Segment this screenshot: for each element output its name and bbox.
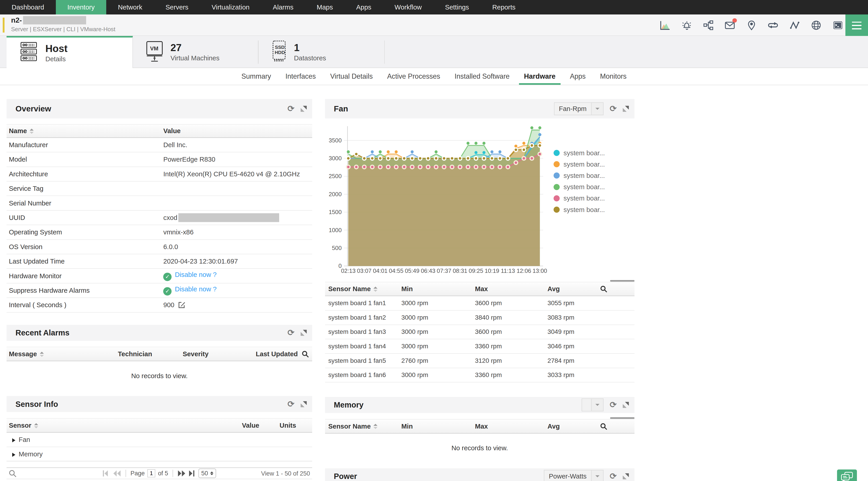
- refresh-icon[interactable]: ⟳: [287, 105, 294, 113]
- subtab-installed-software[interactable]: Installed Software: [450, 68, 515, 85]
- nav-item-alarms[interactable]: Alarms: [261, 0, 305, 14]
- svg-text:03:07: 03:07: [357, 268, 371, 274]
- fan-col-min[interactable]: Min: [401, 285, 413, 293]
- fan-col-sensor-name[interactable]: Sensor Name: [328, 285, 377, 293]
- nav-item-dashboard[interactable]: Dashboard: [0, 0, 56, 14]
- expand-caret-icon[interactable]: [12, 453, 16, 457]
- legend-item-6[interactable]: system boar...: [554, 204, 605, 215]
- sensor-group-row-memory[interactable]: Memory: [6, 447, 312, 461]
- fan-metric-dropdown[interactable]: Fan-Rpm: [554, 102, 603, 115]
- legend-item-4[interactable]: system boar...: [554, 181, 605, 193]
- search-icon[interactable]: [9, 470, 17, 477]
- alarm-bell-icon[interactable]: [681, 20, 692, 31]
- feedback-chat-button[interactable]: [837, 470, 857, 481]
- globe-icon[interactable]: [810, 20, 822, 31]
- server-rack-icon: [19, 40, 39, 66]
- alarms-col-severity[interactable]: Severity: [183, 350, 209, 358]
- nav-item-network[interactable]: Network: [106, 0, 154, 14]
- memory-metric-dropdown[interactable]: [582, 398, 603, 411]
- prev-page-button[interactable]: [113, 470, 121, 477]
- sensor-col-units[interactable]: Units: [280, 422, 296, 429]
- subtab-summary[interactable]: Summary: [237, 68, 276, 85]
- subtab-apps[interactable]: Apps: [565, 68, 591, 85]
- subtab-virtual-details[interactable]: Virtual Details: [325, 68, 378, 85]
- svg-text:2500: 2500: [329, 173, 342, 180]
- expand-icon[interactable]: [301, 401, 307, 407]
- legend-item-3[interactable]: system boar...: [554, 170, 605, 181]
- first-page-button[interactable]: [103, 470, 110, 477]
- search-icon[interactable]: [600, 286, 608, 293]
- nav-item-apps[interactable]: Apps: [344, 0, 383, 14]
- legend-item-1[interactable]: system boar...: [554, 147, 605, 158]
- chevron-down-icon: [591, 470, 603, 481]
- expand-caret-icon[interactable]: [12, 438, 16, 442]
- pulse-icon[interactable]: [789, 20, 800, 31]
- sync-loop-icon[interactable]: [767, 20, 779, 31]
- menu-button[interactable]: [845, 14, 868, 36]
- mail-icon[interactable]: [724, 20, 736, 31]
- legend-item-2[interactable]: system boar...: [554, 159, 605, 170]
- tab-card-datastores[interactable]: SSD HDD 1 Datastores: [258, 36, 385, 68]
- search-icon[interactable]: [600, 423, 608, 430]
- fan-table-body: system board 1 fan1 3000 rpm 3600 rpm 30…: [325, 296, 634, 382]
- nav-item-workflow[interactable]: Workflow: [383, 0, 433, 14]
- memory-col-min[interactable]: Min: [401, 422, 413, 430]
- refresh-icon[interactable]: ⟳: [610, 105, 617, 113]
- next-page-button[interactable]: [178, 470, 186, 477]
- memory-col-sensor-name[interactable]: Sensor Name: [328, 422, 377, 430]
- sensor-group-row-fan[interactable]: Fan: [6, 432, 312, 447]
- overview-col-value[interactable]: Value: [163, 127, 181, 135]
- page-input[interactable]: [147, 469, 155, 478]
- nav-item-inventory[interactable]: Inventory: [56, 0, 106, 14]
- expand-icon[interactable]: [623, 473, 629, 479]
- device-accent-bar: [3, 18, 4, 33]
- legend-item-5[interactable]: system boar...: [554, 193, 605, 204]
- expand-icon[interactable]: [623, 402, 629, 408]
- expand-icon[interactable]: [301, 106, 307, 112]
- workflow-icon[interactable]: [703, 20, 714, 31]
- subtab-active-processes[interactable]: Active Processes: [382, 68, 445, 85]
- tab-card-virtual-machines[interactable]: VM 27 Virtual Machines: [133, 36, 258, 68]
- page-size-select[interactable]: 50: [198, 469, 216, 478]
- memory-col-max[interactable]: Max: [475, 422, 488, 430]
- area-chart-icon[interactable]: [659, 20, 671, 31]
- overview-col-name[interactable]: Name: [9, 127, 34, 135]
- memory-col-avg[interactable]: Avg: [548, 422, 560, 430]
- memory-title: Memory: [334, 400, 364, 409]
- nav-item-reports[interactable]: Reports: [480, 0, 527, 14]
- edit-icon[interactable]: [178, 301, 185, 309]
- sensor-col-sensor[interactable]: Sensor: [9, 422, 38, 429]
- enabled-check-icon: ✓: [163, 272, 172, 281]
- last-page-button[interactable]: [188, 470, 196, 477]
- expand-icon[interactable]: [301, 330, 307, 336]
- scrollbar-thumb[interactable]: [610, 280, 634, 282]
- nav-item-settings[interactable]: Settings: [433, 0, 480, 14]
- refresh-icon[interactable]: ⟳: [610, 472, 617, 480]
- disable-now-link[interactable]: Disable now ?: [175, 271, 217, 278]
- tab-card-host[interactable]: Host Details: [6, 36, 133, 68]
- svg-text:08:31: 08:31: [453, 268, 467, 274]
- refresh-icon[interactable]: ⟳: [287, 400, 294, 408]
- refresh-icon[interactable]: ⟳: [610, 401, 617, 409]
- expand-icon[interactable]: [623, 106, 629, 112]
- alarms-col-last-updated[interactable]: Last Updated: [256, 350, 298, 358]
- nav-item-servers[interactable]: Servers: [154, 0, 200, 14]
- fan-col-max[interactable]: Max: [475, 285, 488, 293]
- scrollbar-thumb[interactable]: [610, 417, 634, 419]
- nav-item-virtualization[interactable]: Virtualization: [200, 0, 261, 14]
- disable-now-link[interactable]: Disable now ?: [175, 285, 217, 293]
- alarms-col-technician[interactable]: Technician: [118, 350, 152, 358]
- sensor-col-value[interactable]: Value: [242, 422, 259, 429]
- subtab-hardware[interactable]: Hardware: [519, 68, 561, 85]
- subtab-monitors[interactable]: Monitors: [595, 68, 631, 85]
- search-icon[interactable]: [302, 351, 309, 358]
- fan-col-avg[interactable]: Avg: [548, 285, 560, 293]
- refresh-icon[interactable]: ⟳: [287, 329, 294, 336]
- power-metric-dropdown[interactable]: Power-Watts: [544, 470, 603, 481]
- location-pin-icon[interactable]: [746, 20, 757, 31]
- legend-dot: [554, 161, 560, 167]
- subtab-interfaces[interactable]: Interfaces: [281, 68, 321, 85]
- terminal-icon[interactable]: [832, 20, 844, 31]
- nav-item-maps[interactable]: Maps: [305, 0, 345, 14]
- alarms-col-message[interactable]: Message: [9, 350, 43, 358]
